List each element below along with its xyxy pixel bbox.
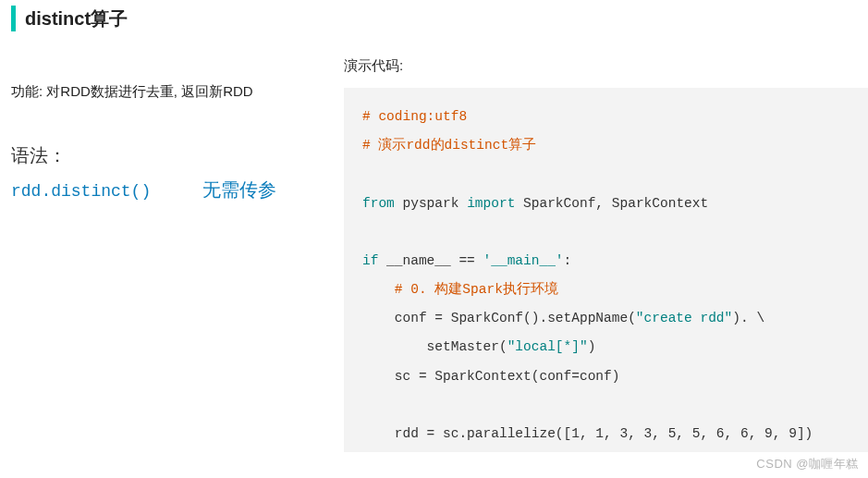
code-text: rdd = sc.parallelize([1, 1, 3, 3, 5, 5, … — [362, 426, 813, 441]
code-text: : — [564, 253, 572, 268]
code-comment: # coding:utf8 — [362, 109, 467, 124]
code-string: "create rdd" — [636, 311, 732, 325]
main-content: 功能: 对RDD数据进行去重, 返回新RDD 语法： rdd.distinct(… — [11, 57, 868, 452]
code-comment: # 0. 构建Spark执行环境 — [395, 282, 558, 297]
syntax-note: 无需传参 — [202, 178, 276, 202]
left-column: 功能: 对RDD数据进行去重, 返回新RDD 语法： rdd.distinct(… — [11, 57, 344, 452]
code-text: SparkConf, SparkContext — [515, 196, 708, 211]
code-comment: # 演示rdd的distinct算子 — [362, 138, 536, 153]
syntax-label: 语法： — [11, 143, 325, 168]
code-text: conf = SparkConf().setAppName( — [362, 311, 636, 325]
code-op: == — [458, 253, 474, 268]
syntax-code: rdd.distinct() — [11, 182, 151, 201]
code-string: "local[*]" — [507, 339, 588, 354]
right-column: 演示代码: # coding:utf8 # 演示rdd的distinct算子 f… — [344, 57, 868, 452]
code-text: __name__ — [378, 253, 458, 268]
code-text: setMaster( — [362, 339, 507, 354]
code-keyword: from — [362, 196, 395, 211]
code-string: '__main__' — [475, 253, 564, 268]
code-block: # coding:utf8 # 演示rdd的distinct算子 from py… — [344, 88, 868, 452]
code-keyword: if — [362, 253, 378, 268]
code-text: pyspark — [395, 196, 467, 211]
demo-label: 演示代码: — [344, 57, 868, 75]
code-text: sc = SparkContext(conf=conf) — [362, 369, 619, 384]
section-title-bar: distinct算子 — [11, 6, 868, 31]
section-title: distinct算子 — [25, 6, 128, 31]
feature-text: 功能: 对RDD数据进行去重, 返回新RDD — [11, 83, 325, 101]
watermark: CSDN @咖喱年糕 — [756, 456, 859, 472]
code-text: ) — [588, 339, 596, 354]
code-keyword: import — [467, 196, 515, 211]
syntax-row: rdd.distinct() 无需传参 — [11, 178, 325, 202]
code-text: ). \ — [732, 311, 764, 325]
